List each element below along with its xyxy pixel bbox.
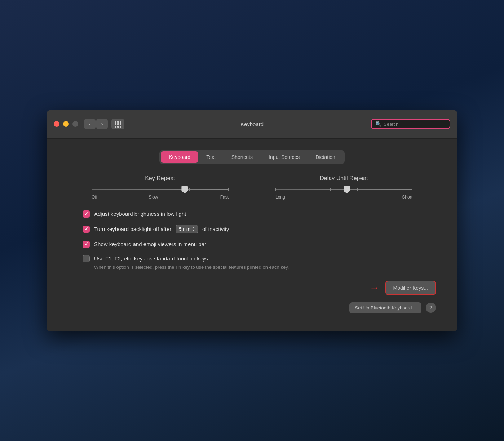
key-repeat-thumb[interactable] — [181, 186, 188, 193]
tab-dictation[interactable]: Dictation — [308, 151, 343, 163]
tab-input-sources[interactable]: Input Sources — [261, 151, 308, 163]
content-area: Keyboard Text Shortcuts Input Sources Di… — [47, 139, 457, 331]
tab-text[interactable]: Text — [198, 151, 224, 163]
backlight-suffix-label: of inactivity — [202, 226, 229, 232]
sliders-row: Key Repeat — [68, 175, 436, 200]
search-box: 🔍 — [371, 119, 450, 129]
window-title: Keyboard — [240, 121, 264, 127]
search-input[interactable] — [384, 121, 446, 127]
help-button[interactable]: ? — [426, 303, 436, 313]
bottom-area: → Modifier Keys... — [68, 273, 436, 299]
arrow-icon: → — [370, 282, 380, 294]
option-emoji-row: ✓ Show keyboard and emoji viewers in men… — [83, 241, 436, 248]
option-fn-row: Use F1, F2, etc. keys as standard functi… — [83, 255, 436, 262]
bluetooth-keyboard-button[interactable]: Set Up Bluetooth Keyboard... — [349, 302, 421, 313]
nav-buttons: ‹ › — [84, 119, 108, 129]
dropdown-arrows-icon: ▲ ▼ — [192, 226, 195, 232]
delay-track — [275, 189, 412, 190]
key-repeat-track — [92, 189, 229, 190]
brightness-label: Adjust keyboard brightness in low light — [94, 211, 186, 217]
emoji-checkbox[interactable]: ✓ — [83, 241, 90, 248]
options-section: ✓ Adjust keyboard brightness in low ligh… — [68, 210, 436, 270]
delay-short-label: Short — [402, 195, 412, 200]
delay-until-repeat-slider-group: Delay Until Repeat — [275, 175, 412, 200]
bottom-row: Set Up Bluetooth Keyboard... ? — [68, 299, 436, 321]
forward-button[interactable]: › — [96, 119, 108, 129]
close-button[interactable] — [54, 121, 59, 127]
key-repeat-slow-label: Slow — [149, 195, 158, 200]
key-repeat-track-container — [92, 189, 229, 190]
modifier-keys-button[interactable]: Modifier Keys... — [385, 281, 436, 295]
backlight-dropdown[interactable]: 5 min ▲ ▼ — [176, 225, 198, 233]
delay-long-label: Long — [275, 195, 285, 200]
tab-shortcuts[interactable]: Shortcuts — [224, 151, 261, 163]
key-repeat-slider-group: Key Repeat — [92, 175, 229, 200]
grid-icon — [115, 121, 121, 128]
tab-keyboard[interactable]: Keyboard — [161, 151, 198, 163]
emoji-label: Show keyboard and emoji viewers in menu … — [94, 241, 206, 247]
main-window: ‹ › Keyboard 🔍 Keyboard Text Shortcuts I… — [47, 110, 457, 331]
delay-track-container — [275, 189, 412, 190]
window-controls — [54, 121, 78, 127]
delay-labels: Long Short — [275, 195, 412, 200]
backlight-prefix-label: Turn keyboard backlight off after — [94, 226, 171, 232]
option-brightness-row: ✓ Adjust keyboard brightness in low ligh… — [83, 210, 436, 218]
minimize-button[interactable] — [63, 121, 69, 127]
search-icon: 🔍 — [375, 121, 381, 127]
zoom-button[interactable] — [72, 121, 78, 127]
tab-bar: Keyboard Text Shortcuts Input Sources Di… — [159, 150, 345, 164]
brightness-checkbox[interactable]: ✓ — [83, 210, 90, 218]
fn-label: Use F1, F2, etc. keys as standard functi… — [94, 255, 208, 262]
grid-button[interactable] — [111, 119, 124, 129]
delay-thumb[interactable] — [344, 186, 350, 193]
modifier-keys-area: → Modifier Keys... — [370, 281, 436, 295]
backlight-checkmark: ✓ — [84, 226, 88, 232]
back-button[interactable]: ‹ — [84, 119, 96, 129]
emoji-checkmark: ✓ — [84, 241, 88, 247]
fn-sublabel: When this option is selected, press the … — [94, 264, 436, 270]
titlebar: ‹ › Keyboard 🔍 — [47, 110, 457, 139]
backlight-checkbox[interactable]: ✓ — [83, 226, 90, 233]
key-repeat-fast-label: Fast — [220, 195, 229, 200]
brightness-checkmark: ✓ — [84, 211, 88, 217]
option-backlight-row: ✓ Turn keyboard backlight off after 5 mi… — [83, 225, 436, 233]
backlight-dropdown-value: 5 min — [179, 226, 190, 232]
key-repeat-label: Key Repeat — [145, 175, 175, 182]
delay-until-repeat-label: Delay Until Repeat — [320, 175, 368, 182]
key-repeat-labels: Off Slow Fast — [92, 195, 229, 200]
fn-checkbox[interactable] — [83, 255, 90, 262]
key-repeat-off-label: Off — [92, 195, 97, 200]
